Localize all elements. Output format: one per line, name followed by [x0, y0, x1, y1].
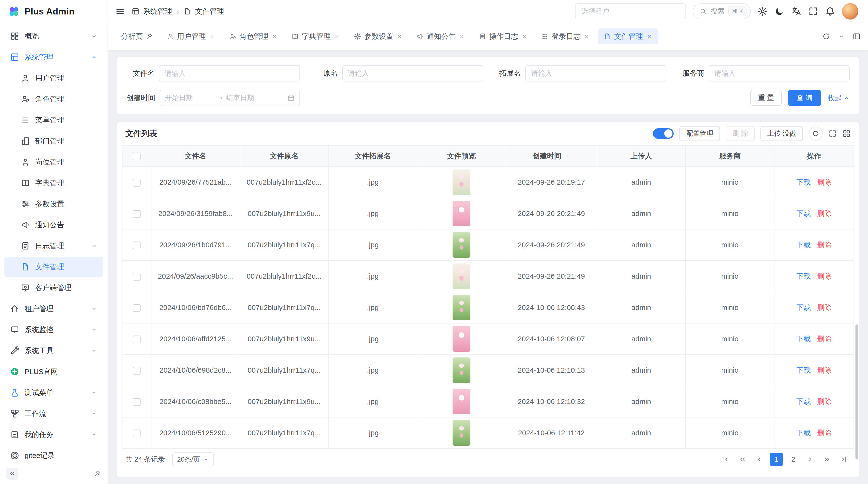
row-checkbox[interactable]: [133, 273, 141, 281]
sidebar-item[interactable]: 角色管理: [4, 89, 103, 109]
filename-input[interactable]: [159, 65, 300, 82]
collapse-filters-link[interactable]: 收起: [828, 93, 850, 103]
file-preview-thumbnail[interactable]: [453, 389, 470, 414]
download-link[interactable]: 下载: [796, 178, 811, 186]
jump-forward-button[interactable]: [820, 453, 834, 466]
sidebar-item[interactable]: 部门管理: [4, 131, 103, 151]
tab[interactable]: 文件管理: [598, 28, 658, 44]
notifications-bell-icon[interactable]: [825, 6, 835, 17]
row-checkbox[interactable]: [133, 398, 141, 406]
delete-link[interactable]: 删除: [817, 429, 832, 437]
row-checkbox[interactable]: [133, 335, 141, 343]
first-page-button[interactable]: [719, 453, 733, 466]
dark-mode-moon-icon[interactable]: [774, 6, 784, 17]
file-preview-thumbnail[interactable]: [453, 232, 470, 258]
delete-link[interactable]: 删除: [817, 209, 832, 218]
jump-back-button[interactable]: [736, 453, 749, 466]
sidebar-item[interactable]: PLUS官网: [4, 361, 103, 382]
sidebar-item[interactable]: 文件管理: [4, 257, 103, 277]
download-link[interactable]: 下载: [796, 209, 811, 218]
delete-link[interactable]: 删除: [817, 303, 832, 312]
table-fullscreen-icon[interactable]: [829, 129, 837, 138]
tenant-select[interactable]: 选择租户: [575, 3, 686, 19]
table-scrollbar-thumb[interactable]: [856, 324, 858, 459]
download-link[interactable]: 下载: [796, 272, 811, 280]
tab-close-icon[interactable]: [459, 33, 465, 39]
row-checkbox[interactable]: [133, 241, 141, 249]
tab[interactable]: 参数设置: [348, 28, 408, 44]
sidebar-item[interactable]: 日志管理: [4, 236, 103, 256]
tab-close-icon[interactable]: [521, 33, 527, 39]
page-number-1[interactable]: 1: [770, 453, 783, 466]
sidebar-item[interactable]: 系统工具: [4, 341, 103, 361]
sidebar-collapse-button[interactable]: [6, 467, 18, 480]
file-preview-thumbnail[interactable]: [453, 201, 470, 226]
extension-input[interactable]: [525, 65, 666, 82]
hamburger-menu-icon[interactable]: [115, 6, 125, 16]
select-all-checkbox[interactable]: [133, 153, 141, 160]
fullscreen-icon[interactable]: [808, 6, 818, 17]
row-checkbox[interactable]: [133, 367, 141, 375]
tab[interactable]: 分析页: [115, 28, 158, 44]
delete-link[interactable]: 删除: [817, 397, 832, 406]
tab-close-icon[interactable]: [584, 33, 590, 39]
download-link[interactable]: 下载: [796, 303, 811, 312]
download-link[interactable]: 下载: [796, 335, 811, 343]
tab-close-icon[interactable]: [646, 33, 652, 39]
delete-link[interactable]: 删除: [817, 241, 832, 249]
file-preview-thumbnail[interactable]: [453, 169, 470, 195]
translate-icon[interactable]: [791, 6, 802, 17]
sidebar-item[interactable]: 菜单管理: [4, 110, 103, 130]
sidebar-item[interactable]: 参数设置: [4, 194, 103, 214]
page-size-select[interactable]: 20条/页: [172, 452, 214, 466]
row-checkbox[interactable]: [133, 210, 141, 218]
file-preview-thumbnail[interactable]: [453, 357, 470, 383]
tab-close-icon[interactable]: [334, 33, 340, 39]
sidebar-item[interactable]: 用户管理: [4, 68, 103, 88]
file-preview-thumbnail[interactable]: [453, 420, 470, 446]
file-preview-thumbnail[interactable]: [453, 326, 470, 352]
row-checkbox[interactable]: [133, 304, 141, 312]
table-columns-grid-icon[interactable]: [842, 129, 850, 138]
last-page-button[interactable]: [837, 453, 850, 466]
delete-link[interactable]: 删除: [817, 335, 832, 343]
user-avatar[interactable]: [842, 3, 858, 20]
tab[interactable]: 角色管理: [223, 28, 283, 44]
download-link[interactable]: 下载: [796, 429, 811, 437]
sidebar-item[interactable]: 字典管理: [4, 173, 103, 193]
date-range-picker[interactable]: 开始日期 结束日期: [160, 90, 300, 106]
sidebar-pin-icon[interactable]: [94, 470, 101, 478]
breadcrumb-item-system[interactable]: 系统管理: [143, 6, 172, 17]
upload-button[interactable]: 上传 没做: [761, 126, 803, 141]
page-number-2[interactable]: 2: [786, 453, 800, 466]
file-preview-thumbnail[interactable]: [453, 263, 470, 289]
global-search[interactable]: 搜索 ⌘ K: [693, 3, 751, 19]
delete-link[interactable]: 删除: [817, 178, 832, 186]
delete-link[interactable]: 删除: [817, 272, 832, 280]
next-page-button[interactable]: [803, 453, 817, 466]
sort-icon[interactable]: [564, 153, 570, 159]
tab-close-icon[interactable]: [396, 33, 402, 39]
table-refresh-button[interactable]: [809, 127, 823, 140]
row-checkbox[interactable]: [133, 179, 141, 187]
sidebar-item[interactable]: 概览: [4, 26, 103, 46]
sidebar-item[interactable]: 我的任务: [4, 424, 103, 445]
query-button[interactable]: 查 询: [788, 90, 821, 106]
tab[interactable]: 通知公告: [411, 28, 471, 44]
sidebar-item[interactable]: 通知公告: [4, 215, 103, 235]
tab[interactable]: 字典管理: [286, 28, 346, 44]
sidebar-item[interactable]: 系统监控: [4, 320, 103, 340]
download-link[interactable]: 下载: [796, 366, 811, 374]
tab-close-icon[interactable]: [272, 33, 278, 39]
sidebar-item[interactable]: 测试菜单: [4, 383, 103, 403]
tabs-refresh-icon[interactable]: [822, 32, 830, 40]
download-link[interactable]: 下载: [796, 397, 811, 406]
sidebar-item[interactable]: 系统管理: [4, 47, 103, 67]
file-preview-thumbnail[interactable]: [453, 295, 470, 320]
sidebar-item[interactable]: 客户端管理: [4, 278, 103, 298]
search-toggle-switch[interactable]: [653, 128, 674, 139]
sidebar-item[interactable]: 岗位管理: [4, 152, 103, 172]
sidebar-item[interactable]: 租户管理: [4, 299, 103, 319]
row-checkbox[interactable]: [133, 429, 141, 437]
tab[interactable]: 操作日志: [473, 28, 533, 44]
